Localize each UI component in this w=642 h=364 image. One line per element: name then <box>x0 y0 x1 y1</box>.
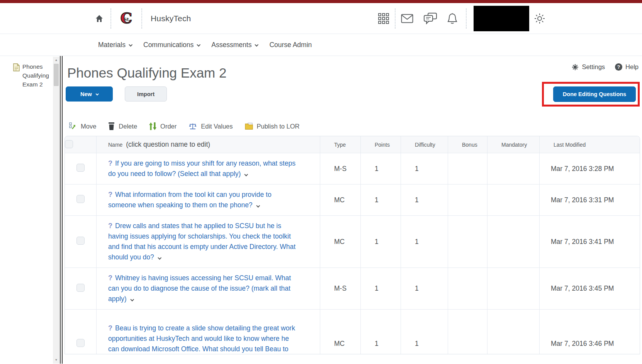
scrollbar-thumb[interactable] <box>54 64 59 86</box>
bonus-cell <box>448 310 487 354</box>
row-checkbox[interactable] <box>76 237 85 245</box>
app-grid-icon[interactable] <box>378 13 389 24</box>
pane-divider[interactable] <box>60 56 63 364</box>
bonus-cell <box>448 185 487 216</box>
questions-table: Name (click question name to edit) Type … <box>65 136 640 354</box>
edit-values-label: Edit Values <box>201 123 233 130</box>
account-settings-gear-icon[interactable] <box>534 13 545 24</box>
main-pane: Settings ? Help Phones Qualifying Exam 2… <box>63 56 642 364</box>
question-name-link[interactable]: ?What information from the tool kit can … <box>108 191 272 209</box>
order-arrows-icon <box>149 122 156 130</box>
mandatory-cell <box>487 310 540 354</box>
type-cell: MC <box>320 310 361 354</box>
question-text: What information from the tool kit can y… <box>108 191 272 209</box>
move-button[interactable]: Move <box>69 122 96 130</box>
settings-link[interactable]: Settings <box>572 63 605 71</box>
edit-values-button[interactable]: Edit Values <box>189 123 233 130</box>
publish-to-lor-button[interactable]: Publish to LOR <box>245 123 300 130</box>
chevron-down-icon <box>255 42 259 46</box>
nav-assessments-label: Assessments <box>211 41 251 49</box>
app-title[interactable]: HuskyTech <box>151 14 191 23</box>
settings-gear-icon <box>572 64 579 71</box>
type-cell: M-S <box>320 268 361 310</box>
column-header-bonus: Bonus <box>448 136 487 153</box>
nav-assessments[interactable]: Assessments <box>211 41 258 49</box>
question-text: Beau is trying to create a slide show de… <box>108 324 295 355</box>
masthead-left: C St. HuskyTech <box>95 3 191 34</box>
questions-toolbar: Move Delete Order <box>69 121 642 131</box>
move-label: Move <box>81 123 96 130</box>
row-checkbox[interactable] <box>76 284 85 292</box>
question-name-link[interactable]: ?Drew calls and states that he applied t… <box>108 222 296 261</box>
mandatory-cell <box>487 216 540 268</box>
import-button[interactable]: Import <box>125 86 167 102</box>
question-icon: ? <box>108 159 112 167</box>
row-checkbox[interactable] <box>76 339 85 347</box>
nav-communications[interactable]: Communications <box>143 41 200 49</box>
type-cell: MC <box>320 216 361 268</box>
home-icon[interactable] <box>95 14 104 23</box>
separator-dotted <box>466 8 467 29</box>
scsu-logo[interactable]: C St. <box>118 10 134 27</box>
nav-communications-label: Communications <box>143 41 194 49</box>
masthead-right <box>378 3 545 34</box>
svg-text:St.: St. <box>124 17 131 22</box>
notifications-bell-icon[interactable] <box>447 13 457 24</box>
row-checkbox[interactable] <box>76 195 85 203</box>
last-modified-cell: Mar 7, 2016 3:31 PM <box>540 185 640 216</box>
publish-folder-icon <box>245 123 253 130</box>
row-checkbox[interactable] <box>76 164 85 172</box>
scroll-down-icon[interactable]: ▼ <box>55 357 58 363</box>
mandatory-cell <box>487 153 540 185</box>
sidebar-item-quiz[interactable]: Phones Qualifying Exam 2 <box>13 62 53 89</box>
nav-course-admin[interactable]: Course Admin <box>269 41 312 49</box>
screen: C St. HuskyTech <box>0 0 642 364</box>
column-header-last-modified: Last Modified <box>540 136 640 153</box>
new-button-label: New <box>80 91 92 97</box>
question-name-link[interactable]: ?Beau is trying to create a slide show d… <box>108 324 295 355</box>
difficulty-cell: 1 <box>401 185 448 216</box>
question-icon: ? <box>108 324 112 332</box>
difficulty-cell: 1 <box>401 216 448 268</box>
scroll-up-icon[interactable]: ▲ <box>55 58 58 63</box>
delete-button[interactable]: Delete <box>108 122 137 130</box>
nav-materials[interactable]: Materials <box>98 41 132 49</box>
select-all-checkbox[interactable] <box>65 140 73 148</box>
sidebar-scrollbar[interactable]: ▲ ▼ <box>53 57 59 364</box>
order-button[interactable]: Order <box>149 122 177 130</box>
chevron-down-icon[interactable] <box>245 173 248 176</box>
question-text: Whitney is having issues accessing her S… <box>108 274 291 303</box>
column-header-points: Points <box>361 136 401 153</box>
bonus-cell <box>448 268 487 310</box>
new-button[interactable]: New <box>66 86 113 102</box>
question-text: Drew calls and states that he applied to… <box>108 222 296 261</box>
chevron-down-icon <box>129 42 132 46</box>
chevron-down-icon <box>197 42 201 46</box>
chevron-down-icon[interactable] <box>130 298 134 301</box>
quicklinks: Settings ? Help <box>572 63 639 71</box>
question-name-link[interactable]: ?Whitney is having issues accessing her … <box>108 274 291 303</box>
scales-icon <box>189 123 197 130</box>
last-modified-cell: Mar 7, 2016 3:46 PM <box>540 310 640 354</box>
done-editing-questions-button[interactable]: Done Editing Questions <box>553 86 636 102</box>
bonus-cell <box>448 153 487 185</box>
chevron-down-icon[interactable] <box>158 256 161 260</box>
move-icon <box>69 122 77 130</box>
chevron-down-icon[interactable] <box>256 204 260 208</box>
brand-accent-bar <box>0 0 642 3</box>
difficulty-cell: 1 <box>401 310 448 354</box>
column-header-name: Name (click question name to edit) <box>97 136 320 153</box>
points-cell: 1 <box>361 268 401 310</box>
points-cell: 1 <box>361 153 401 185</box>
chat-icon[interactable] <box>423 12 437 25</box>
question-icon: ? <box>108 222 112 230</box>
last-modified-cell: Mar 7, 2016 3:28 PM <box>540 153 640 185</box>
mail-icon[interactable] <box>401 14 413 23</box>
column-header-mandatory: Mandatory <box>487 136 540 153</box>
separator-dotted <box>395 8 396 29</box>
user-name-redacted <box>474 6 529 31</box>
settings-label: Settings <box>582 63 605 71</box>
help-link[interactable]: ? Help <box>615 63 639 71</box>
question-name-link[interactable]: ?If you are going to miss your shift for… <box>108 159 296 178</box>
name-label: Name <box>108 142 122 148</box>
